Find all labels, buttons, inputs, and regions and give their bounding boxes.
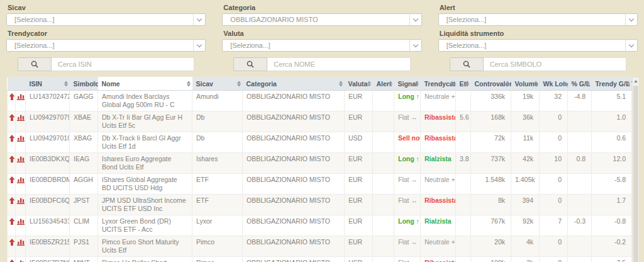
signal-value: Sell now ↓ xyxy=(398,134,421,142)
cell-trendy_gl_tot: 0.6 xyxy=(592,132,632,153)
bar-chart-icon xyxy=(17,135,25,142)
arrow-up-icon xyxy=(9,197,15,204)
sicav-select[interactable]: [Seleziona...] xyxy=(6,13,206,26)
row-chart-action[interactable] xyxy=(16,195,26,215)
row-up-action[interactable] xyxy=(8,174,16,195)
sort-icon xyxy=(534,81,538,86)
chevron-down-icon xyxy=(625,40,637,51)
cell-simbolo: PJS1 xyxy=(70,236,98,257)
signal-value: Flat ↔ xyxy=(398,113,418,121)
row-chart-action[interactable] xyxy=(16,132,26,153)
row-up-action[interactable] xyxy=(8,91,16,111)
col-header-controvalore[interactable]: Controvalore xyxy=(471,77,511,91)
cell-categoria: OBBLIGAZIONARIO MISTO xyxy=(243,111,345,132)
alert-select-value: [Seleziona...] xyxy=(447,16,487,23)
row-up-action[interactable] xyxy=(8,111,16,132)
col-header-categoria[interactable]: Categoria xyxy=(243,77,345,91)
cell-signal: Flat ↔ xyxy=(394,174,421,195)
row-up-action[interactable] xyxy=(8,236,16,257)
categoria-select[interactable]: OBBLIGAZIONARIO MISTO xyxy=(222,13,421,26)
cell-signal: Flat ↔ xyxy=(394,257,421,262)
cell-nome: Db X-Tr Ii Bar Gl Agg Eur H Ucits Etf 5c xyxy=(98,111,192,132)
cell-signal: Long ↑ xyxy=(394,215,421,236)
row-chart-action[interactable] xyxy=(16,111,26,132)
cell-nome: Amundi Index Barclays Global Agg 500m RU… xyxy=(98,91,192,111)
table-row: LU0942970798XBAEDb X-Tr Ii Bar Gl Agg Eu… xyxy=(8,111,632,132)
col-header-nome[interactable]: Nome xyxy=(98,77,192,91)
table-scrollbar[interactable] xyxy=(632,77,640,262)
row-up-action[interactable] xyxy=(8,257,16,262)
chevron-down-icon xyxy=(409,14,421,25)
cell-trendycator: Neutrale + xyxy=(421,91,456,111)
cell-trendycator: Rialzista xyxy=(421,153,456,174)
cell-simbolo: XBAG xyxy=(70,132,98,153)
alert-select[interactable]: [Seleziona...] xyxy=(438,13,638,26)
col-header-signal[interactable]: Signal xyxy=(394,77,421,91)
alert-label: Alert xyxy=(440,4,636,11)
col-header-trendycator[interactable]: Trendycator xyxy=(421,77,456,91)
row-chart-action[interactable] xyxy=(16,236,26,257)
col-header-volume[interactable]: Volume xyxy=(511,77,540,91)
cell-trendy_gl_tot: 12.0 xyxy=(592,153,632,174)
valuta-select-value: [Seleziona...] xyxy=(230,42,270,49)
categoria-select-value: OBBLIGAZIONARIO MISTO xyxy=(230,16,318,23)
isin-search-input[interactable] xyxy=(52,57,194,71)
cell-volume: 3k xyxy=(511,257,540,262)
row-up-action[interactable] xyxy=(8,132,16,153)
cell-wk_long: 0 xyxy=(540,195,568,215)
col-header-isin[interactable]: ISIN xyxy=(26,77,70,91)
row-chart-action[interactable] xyxy=(16,257,26,262)
col-header--g-l[interactable]: % G/L xyxy=(568,77,592,91)
arrow-up-icon xyxy=(9,239,15,246)
nome-search-button[interactable] xyxy=(233,57,267,71)
col-header-sicav[interactable]: Sicav xyxy=(192,77,243,91)
cell-gl_pct xyxy=(568,236,592,257)
trendycator-select[interactable]: [Seleziona...] xyxy=(6,39,206,52)
cell-volume: 36k xyxy=(511,111,540,132)
col-header-alert[interactable]: Alert xyxy=(373,77,394,91)
simbolo-search-input[interactable] xyxy=(484,57,626,71)
bar-chart-icon xyxy=(17,218,25,225)
cell-simbolo: AGGH xyxy=(70,174,98,195)
sort-icon xyxy=(64,81,68,86)
trendycator-value: Rialzista xyxy=(425,155,452,162)
cell-wk_long: 0 xyxy=(540,257,568,262)
cell-nome: Ishares Euro Aggregate Bond Ucits Etf xyxy=(98,153,192,174)
cell-signal: Flat ↔ xyxy=(394,111,421,132)
row-up-action[interactable] xyxy=(8,215,16,236)
cell-volume: 4k xyxy=(511,236,540,257)
cell-categoria: OBBLIGAZIONARIO MISTO xyxy=(243,174,345,195)
nome-search-input[interactable] xyxy=(267,57,410,71)
cell-alert xyxy=(373,215,394,236)
col-header-wk-long[interactable]: Wk Long xyxy=(540,77,568,91)
sort-icon xyxy=(415,81,419,86)
row-chart-action[interactable] xyxy=(16,174,26,195)
cell-eti xyxy=(456,195,471,215)
scroll-thumb[interactable] xyxy=(633,86,638,262)
cell-eti: 3.8 xyxy=(456,153,471,174)
valuta-select[interactable]: [Seleziona...] xyxy=(222,39,421,52)
col-header-trendy-g-l-tot[interactable]: Trendy G/L TOT xyxy=(592,77,632,91)
row-chart-action[interactable] xyxy=(16,153,26,174)
col-header-valuta[interactable]: Valuta xyxy=(345,77,373,91)
cell-trendy_gl_tot: 1.7 xyxy=(592,195,632,215)
row-chart-action[interactable] xyxy=(16,91,26,111)
categoria-label: Categoria xyxy=(223,4,420,11)
cell-isin: LU0942970103 xyxy=(26,132,70,153)
cell-categoria: OBBLIGAZIONARIO MISTO xyxy=(243,153,345,174)
row-chart-action[interactable] xyxy=(16,215,26,236)
col-header-eti[interactable]: Eti xyxy=(456,77,471,91)
trendycator-value: Ribassista xyxy=(425,134,456,142)
col-header-simbolo[interactable]: Simbolo xyxy=(70,77,98,91)
row-up-action[interactable] xyxy=(8,195,16,215)
isin-search-button[interactable] xyxy=(18,57,52,71)
liquidita-strumento-select[interactable]: [Seleziona...] xyxy=(438,39,638,52)
row-up-action[interactable] xyxy=(8,153,16,174)
sort-icon xyxy=(367,81,371,86)
cell-categoria: OBBLIGAZIONARIO MISTO xyxy=(243,91,345,111)
bar-chart-icon xyxy=(17,239,25,246)
cell-simbolo: XBAE xyxy=(70,111,98,132)
simbolo-search-button[interactable] xyxy=(450,57,484,71)
scroll-up-button[interactable] xyxy=(633,77,639,85)
cell-valuta: EUR xyxy=(345,195,373,215)
